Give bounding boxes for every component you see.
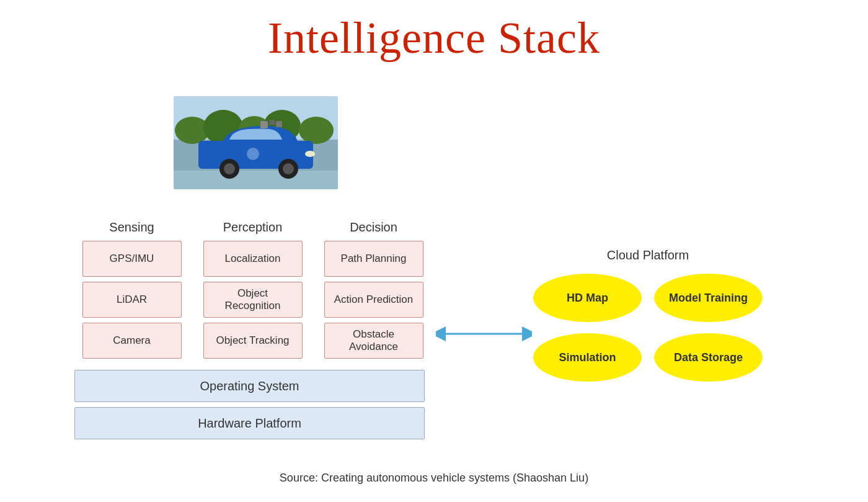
cloud-platform-area: Cloud Platform HD Map Model Training Sim… [533,248,763,382]
perception-object-recognition: Object Recognition [203,282,303,318]
source-text: Source: Creating autonomous vehicle syst… [0,472,868,485]
svg-rect-12 [270,120,275,125]
svg-point-19 [247,148,259,160]
sensing-gps: GPS/IMU [82,241,182,277]
perception-object-tracking: Object Tracking [203,323,303,359]
hw-box: Hardware Platform [74,407,425,439]
svg-rect-1 [174,168,338,189]
page-title: Intelligence Stack [0,0,868,64]
cloud-model-training: Model Training [654,274,763,322]
decision-action-prediction: Action Prediction [324,282,423,318]
columns-row: Sensing GPS/IMU LiDAR Camera Perception … [74,220,431,364]
svg-rect-13 [276,121,282,127]
decision-column: Decision Path Planning Action Prediction… [316,220,431,364]
cloud-simulation: Simulation [533,333,642,382]
diagram-area: Sensing GPS/IMU LiDAR Camera Perception … [74,220,431,444]
svg-rect-11 [260,121,268,128]
sensing-lidar: LiDAR [82,282,182,318]
sensing-camera: Camera [82,323,182,359]
perception-localization: Localization [203,241,303,277]
perception-column: Perception Localization Object Recogniti… [195,220,310,364]
os-hw-area: Operating System Hardware Platform [74,370,431,444]
cloud-data-storage: Data Storage [654,333,763,382]
cloud-header: Cloud Platform [533,248,763,262]
arrow-area [436,325,532,346]
svg-point-9 [299,117,334,144]
decision-header: Decision [350,220,397,235]
sensing-header: Sensing [109,220,154,235]
os-box: Operating System [74,370,425,402]
cloud-hd-map: HD Map [533,274,642,322]
perception-header: Perception [223,220,283,235]
svg-point-15 [224,163,235,174]
svg-point-17 [283,163,294,174]
car-image [174,96,338,189]
cloud-ellipses-grid: HD Map Model Training Simulation Data St… [533,274,763,382]
decision-path-planning: Path Planning [324,241,423,277]
sensing-column: Sensing GPS/IMU LiDAR Camera [74,220,189,364]
svg-point-18 [305,151,315,157]
decision-obstacle-avoidance: Obstacle Avoidance [324,323,423,359]
